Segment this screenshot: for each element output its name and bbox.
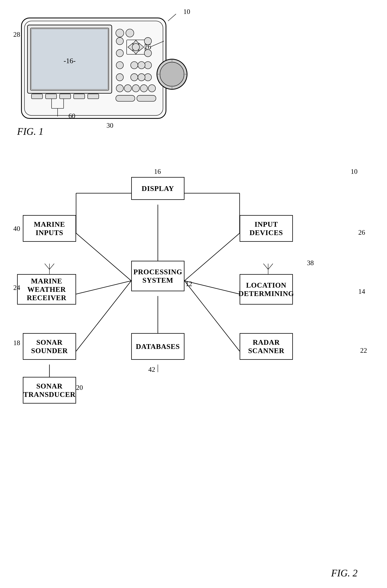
svg-point-31 [131,62,138,69]
svg-point-34 [138,74,145,81]
ref-20-fig2: 20 [76,384,83,392]
svg-point-43 [160,62,184,86]
ref-38-fig2: 38 [307,259,314,267]
ref-10-fig1: 10 [183,8,190,16]
ref-16-fig2: 16 [154,168,161,175]
svg-line-54 [76,233,131,281]
svg-line-72 [268,264,273,269]
svg-rect-8 [59,94,71,99]
ref-26-fig1: 26 [144,43,151,51]
svg-point-38 [140,85,148,92]
block-databases: DATABASES [131,333,184,360]
block-input-devices: INPUT DEVICES [240,215,293,242]
svg-line-58 [76,281,131,294]
block-radar-scanner: RADAR SCANNER [240,333,293,360]
ref-18-fig2: 18 [13,339,20,347]
ref-30-fig1: 30 [106,122,113,129]
svg-point-36 [124,85,131,92]
block-marine-inputs: MARINE INPUTS [23,215,76,242]
ref-22-fig2: 22 [360,346,367,355]
svg-rect-40 [116,95,135,102]
fig1-area: -16- [11,8,192,141]
ref-10-fig2: 10 [351,168,358,175]
svg-rect-9 [74,94,85,99]
svg-point-15 [116,29,124,37]
svg-point-23 [116,38,123,45]
ref-26-fig2: 26 [358,229,365,236]
block-processing-system: PROCESSING SYSTEM [131,261,184,291]
block-sonar-sounder: SONAR SOUNDER [23,333,76,360]
svg-line-68 [49,264,54,269]
svg-point-21 [132,43,139,51]
svg-point-30 [144,74,152,81]
svg-rect-6 [32,94,43,99]
svg-point-32 [138,62,145,69]
svg-point-16 [126,29,134,37]
svg-point-25 [116,62,123,69]
svg-point-29 [144,62,152,69]
ref-14-fig2: 14 [358,287,365,295]
fig1-device-drawing: -16- [11,8,192,141]
block-sonar-transducer: SONAR TRANSDUCER [23,377,76,403]
svg-line-60 [76,281,131,351]
svg-rect-7 [45,94,57,99]
svg-line-70 [263,264,268,269]
ref-28-fig1: 28 [13,30,20,39]
svg-point-26 [116,74,123,81]
svg-line-57 [184,233,240,281]
ref-12-fig2: 12 [185,280,192,288]
fig2-caption: FIG. 2 [331,567,358,579]
block-display: DISPLAY [131,177,184,200]
ref-24-fig2: 24 [13,284,20,292]
ref-60-fig1: 60 [68,112,75,120]
svg-point-35 [116,85,123,92]
svg-line-59 [184,281,240,294]
fig1-caption: FIG. 1 [17,126,43,137]
svg-point-33 [131,74,138,81]
ref-42-fig2: 42 [148,365,155,374]
svg-line-62 [184,281,240,351]
svg-line-49 [168,14,176,21]
svg-point-39 [148,85,155,92]
svg-rect-41 [137,95,156,102]
ref-40-fig2: 40 [13,225,20,233]
block-marine-weather: MARINE WEATHER RECEIVER [17,274,76,305]
svg-line-66 [45,264,49,269]
svg-text:-16-: -16- [63,57,76,65]
fig2-area: DISPLAY MARINE INPUTS INPUT DEVICES PROC… [11,162,373,581]
svg-point-37 [132,85,139,92]
svg-point-24 [116,49,123,57]
svg-rect-10 [88,94,99,99]
block-location-determining: LOCATION DETERMINING [240,274,293,305]
